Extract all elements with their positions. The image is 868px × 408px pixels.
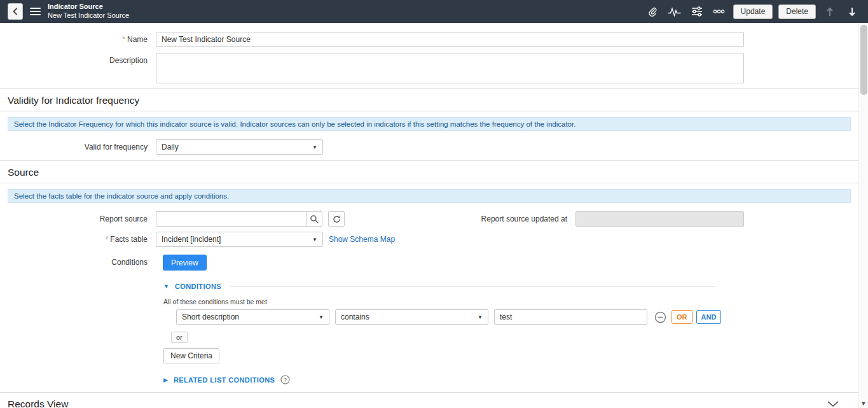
- section-divider: [0, 111, 858, 111]
- condition-field-select[interactable]: Short description ▼: [176, 309, 329, 325]
- record-header: Indicator Source New Test Indicator Sour…: [48, 3, 129, 20]
- conditions-section-title[interactable]: CONDITIONS: [175, 283, 221, 290]
- new-criteria-button[interactable]: New Criteria: [163, 348, 219, 363]
- frequency-field-row: Valid for frequency Daily ▼: [0, 139, 858, 155]
- report-source-label: Report source: [0, 211, 156, 227]
- remove-condition-button[interactable]: [654, 311, 666, 323]
- delete-button[interactable]: Delete: [778, 4, 816, 19]
- svg-text:?: ?: [284, 377, 287, 383]
- chevron-left-icon: [13, 8, 18, 15]
- report-source-updated-group: Report source updated at: [481, 211, 744, 227]
- name-field-row: *Name: [0, 32, 858, 47]
- source-info-message: Select the facts table for the indicator…: [8, 189, 851, 203]
- validity-section-title: Validity for Indicator frequency: [8, 94, 858, 107]
- update-button[interactable]: Update: [733, 4, 773, 19]
- record-type-title: Indicator Source: [48, 3, 129, 11]
- name-input[interactable]: [156, 32, 744, 47]
- source-section-title: Source: [8, 165, 858, 179]
- back-button[interactable]: [8, 3, 23, 20]
- banner-header: Indicator Source New Test Indicator Sour…: [0, 0, 868, 23]
- condition-operator-select[interactable]: contains ▼: [335, 309, 488, 325]
- records-view-header[interactable]: Records View: [0, 397, 858, 408]
- description-field-row: Description: [0, 53, 858, 83]
- section-divider: [0, 160, 858, 161]
- name-label: *Name: [0, 32, 156, 47]
- vertical-scrollbar[interactable]: ▼: [858, 23, 868, 408]
- header-actions: Update Delete: [644, 3, 860, 20]
- conditions-intro-text: All of these conditions must be met: [163, 298, 858, 306]
- records-view-title: Records View: [8, 397, 68, 408]
- activity-stream-icon[interactable]: [666, 3, 683, 20]
- search-icon: [310, 215, 319, 223]
- condition-field-value: Short description: [182, 313, 239, 321]
- related-list-conditions-title[interactable]: RELATED LIST CONDITIONS: [174, 376, 275, 384]
- condition-row: Short description ▼ contains ▼ OR AND: [176, 309, 858, 325]
- validity-info-message: Select the Indicator Frequency for which…: [8, 117, 851, 131]
- report-source-input[interactable]: [156, 211, 307, 227]
- or-divider-chip: or: [171, 332, 188, 343]
- frequency-label: Valid for frequency: [0, 139, 156, 155]
- frequency-select[interactable]: Daily ▼: [156, 139, 323, 155]
- chevron-down-icon: [827, 400, 839, 407]
- report-source-updated-label: Report source updated at: [481, 215, 575, 223]
- section-divider: [0, 88, 858, 89]
- and-condition-button[interactable]: AND: [696, 310, 722, 324]
- reference-lookup-button[interactable]: [306, 211, 322, 227]
- form-page: *Name Description Validity for Indicator…: [0, 23, 858, 408]
- facts-table-label: *Facts table: [0, 232, 156, 247]
- scroll-down-icon[interactable]: ▼: [859, 400, 868, 407]
- frequency-selected-value: Daily: [162, 143, 179, 151]
- conditions-row: Conditions Preview ▼ CONDITIONS All of t…: [0, 255, 858, 384]
- report-source-updated-input: [575, 211, 744, 227]
- paperclip-icon[interactable]: [644, 3, 661, 20]
- refresh-button[interactable]: [328, 211, 345, 227]
- chevron-down-icon: ▼: [478, 314, 483, 320]
- section-divider: [0, 392, 858, 393]
- related-list-conditions-header: ▶ RELATED LIST CONDITIONS ?: [163, 375, 858, 384]
- personalize-form-icon[interactable]: [689, 3, 705, 20]
- or-condition-button[interactable]: OR: [672, 310, 692, 324]
- conditions-section-header: ▼ CONDITIONS: [163, 283, 858, 290]
- chevron-down-icon: ▼: [312, 237, 317, 243]
- description-input[interactable]: [156, 53, 744, 83]
- chevron-down-icon: ▼: [319, 314, 324, 320]
- next-record-icon[interactable]: [844, 3, 860, 20]
- expand-triangle-icon[interactable]: ▶: [163, 377, 168, 383]
- facts-table-selected-value: Incident [incident]: [162, 235, 221, 244]
- minus-circle-icon: [654, 311, 666, 323]
- previous-record-icon[interactable]: [822, 3, 838, 20]
- record-name-title: New Test Indicator Source: [48, 11, 129, 20]
- show-schema-map-link[interactable]: Show Schema Map: [329, 232, 395, 247]
- conditions-builder: Preview ▼ CONDITIONS All of these condit…: [156, 255, 858, 384]
- condition-value-input[interactable]: [494, 309, 647, 325]
- description-label: Description: [0, 53, 156, 68]
- condition-operator-value: contains: [341, 313, 369, 321]
- required-marker: *: [122, 35, 125, 44]
- facts-table-row: *Facts table Incident [incident] ▼ Show …: [0, 232, 858, 247]
- refresh-icon: [333, 215, 341, 223]
- report-source-row: Report source Report source updated at: [0, 211, 858, 227]
- scrollbar-thumb[interactable]: [860, 25, 867, 95]
- collapse-triangle-icon[interactable]: ▼: [163, 283, 169, 290]
- section-divider: [0, 183, 858, 183]
- chevron-down-icon: ▼: [312, 144, 317, 150]
- preview-button[interactable]: Preview: [163, 255, 207, 271]
- help-icon[interactable]: ?: [280, 375, 290, 384]
- facts-table-select[interactable]: Incident [incident] ▼: [156, 232, 323, 247]
- context-menu-icon[interactable]: [30, 8, 41, 15]
- more-options-icon[interactable]: [711, 3, 727, 20]
- required-marker: *: [106, 235, 109, 244]
- conditions-header-rule: [230, 286, 715, 287]
- conditions-label: Conditions: [0, 255, 156, 270]
